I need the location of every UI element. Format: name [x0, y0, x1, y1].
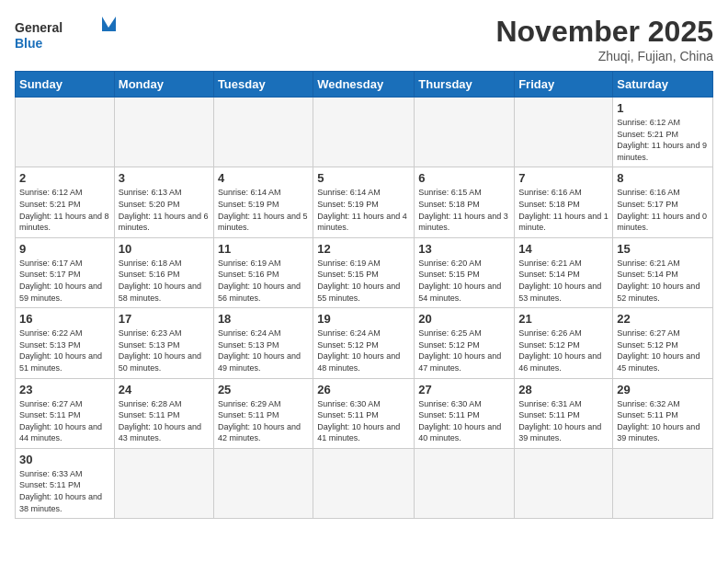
- header-thursday: Thursday: [415, 72, 515, 98]
- day-25: 25 Sunrise: 6:29 AMSunset: 5:11 PMDaylig…: [213, 378, 313, 448]
- day-21: 21 Sunrise: 6:26 AMSunset: 5:12 PMDaylig…: [515, 308, 613, 378]
- day-30: 30 Sunrise: 6:33 AMSunset: 5:11 PMDaylig…: [16, 448, 115, 518]
- sunrise-val-1: 6:12 AM: [650, 118, 680, 127]
- day-10: 10 Sunrise: 6:18 AMSunset: 5:16 PMDaylig…: [114, 237, 213, 307]
- day-16: 16 Sunrise: 6:22 AMSunset: 5:13 PMDaylig…: [16, 308, 115, 378]
- day-2: 2 Sunrise: 6:12 AMSunset: 5:21 PMDayligh…: [16, 167, 115, 237]
- day-22: 22 Sunrise: 6:27 AMSunset: 5:12 PMDaylig…: [613, 308, 713, 378]
- day-number-1: 1: [617, 101, 709, 115]
- svg-text:Blue: Blue: [15, 36, 43, 51]
- empty-cell: [313, 448, 415, 518]
- calendar: Sunday Monday Tuesday Wednesday Thursday…: [15, 71, 713, 519]
- header-tuesday: Tuesday: [213, 72, 313, 98]
- empty-cell: [213, 98, 313, 167]
- day-29: 29 Sunrise: 6:32 AMSunset: 5:11 PMDaylig…: [613, 378, 713, 448]
- day-11: 11 Sunrise: 6:19 AMSunset: 5:16 PMDaylig…: [213, 237, 313, 307]
- header-wednesday: Wednesday: [313, 72, 415, 98]
- week-row-2: 2 Sunrise: 6:12 AMSunset: 5:21 PMDayligh…: [16, 167, 713, 237]
- day-13: 13 Sunrise: 6:20 AMSunset: 5:15 PMDaylig…: [415, 237, 515, 307]
- day-9: 9 Sunrise: 6:17 AMSunset: 5:17 PMDayligh…: [16, 237, 115, 307]
- day-8: 8 Sunrise: 6:16 AMSunset: 5:17 PMDayligh…: [613, 167, 713, 237]
- day-12: 12 Sunrise: 6:19 AMSunset: 5:15 PMDaylig…: [313, 237, 415, 307]
- day-24: 24 Sunrise: 6:28 AMSunset: 5:11 PMDaylig…: [114, 378, 213, 448]
- day-26: 26 Sunrise: 6:30 AMSunset: 5:11 PMDaylig…: [313, 378, 415, 448]
- logo: General Blue: [15, 15, 116, 55]
- header-monday: Monday: [114, 72, 213, 98]
- day-15: 15 Sunrise: 6:21 AMSunset: 5:14 PMDaylig…: [613, 237, 713, 307]
- header-sunday: Sunday: [16, 72, 115, 98]
- empty-cell: [16, 98, 115, 167]
- day-1: 1 Sunrise: 6:12 AM Sunset: 5:21 PM Dayli…: [613, 98, 713, 167]
- day-6: 6 Sunrise: 6:15 AMSunset: 5:18 PMDayligh…: [415, 167, 515, 237]
- day-18: 18 Sunrise: 6:24 AMSunset: 5:13 PMDaylig…: [213, 308, 313, 378]
- week-row-3: 9 Sunrise: 6:17 AMSunset: 5:17 PMDayligh…: [16, 237, 713, 307]
- sunset-label-1: Sunset:: [617, 130, 645, 139]
- day-27: 27 Sunrise: 6:30 AMSunset: 5:11 PMDaylig…: [415, 378, 515, 448]
- sunrise-label-1: Sunrise:: [617, 118, 647, 127]
- empty-cell: [415, 448, 515, 518]
- day-7: 7 Sunrise: 6:16 AMSunset: 5:18 PMDayligh…: [515, 167, 613, 237]
- day-5: 5 Sunrise: 6:14 AMSunset: 5:19 PMDayligh…: [313, 167, 415, 237]
- day-4: 4 Sunrise: 6:14 AMSunset: 5:19 PMDayligh…: [213, 167, 313, 237]
- header-friday: Friday: [515, 72, 613, 98]
- day-28: 28 Sunrise: 6:31 AMSunset: 5:11 PMDaylig…: [515, 378, 613, 448]
- page-header: General Blue November 2025 Zhuqi, Fujian…: [15, 15, 713, 63]
- empty-cell: [415, 98, 515, 167]
- day-20: 20 Sunrise: 6:25 AMSunset: 5:12 PMDaylig…: [415, 308, 515, 378]
- month-title: November 2025: [495, 15, 713, 49]
- day-23: 23 Sunrise: 6:27 AMSunset: 5:11 PMDaylig…: [16, 378, 115, 448]
- week-row-6: 30 Sunrise: 6:33 AMSunset: 5:11 PMDaylig…: [16, 448, 713, 518]
- weekday-header-row: Sunday Monday Tuesday Wednesday Thursday…: [16, 72, 713, 98]
- day-3: 3 Sunrise: 6:13 AMSunset: 5:20 PMDayligh…: [114, 167, 213, 237]
- week-row-1: 1 Sunrise: 6:12 AM Sunset: 5:21 PM Dayli…: [16, 98, 713, 167]
- header-saturday: Saturday: [613, 72, 713, 98]
- empty-cell: [515, 98, 613, 167]
- day-14: 14 Sunrise: 6:21 AMSunset: 5:14 PMDaylig…: [515, 237, 613, 307]
- empty-cell: [114, 448, 213, 518]
- sunset-val-1: 5:21 PM: [647, 130, 678, 139]
- empty-cell: [515, 448, 613, 518]
- empty-cell: [613, 448, 713, 518]
- empty-cell: [114, 98, 213, 167]
- day-number-2: 2: [19, 171, 110, 185]
- daylight-val-1: 11 hours and 9 minutes.: [617, 141, 707, 162]
- day-info-1: Sunrise: 6:12 AM Sunset: 5:21 PM Dayligh…: [617, 117, 709, 163]
- empty-cell: [313, 98, 415, 167]
- location: Zhuqi, Fujian, China: [495, 49, 713, 63]
- title-block: November 2025 Zhuqi, Fujian, China: [495, 15, 713, 63]
- week-row-4: 16 Sunrise: 6:22 AMSunset: 5:13 PMDaylig…: [16, 308, 713, 378]
- day-19: 19 Sunrise: 6:24 AMSunset: 5:12 PMDaylig…: [313, 308, 415, 378]
- day-17: 17 Sunrise: 6:23 AMSunset: 5:13 PMDaylig…: [114, 308, 213, 378]
- logo-svg: General Blue: [15, 15, 116, 55]
- empty-cell: [213, 448, 313, 518]
- svg-text:General: General: [15, 20, 63, 35]
- week-row-5: 23 Sunrise: 6:27 AMSunset: 5:11 PMDaylig…: [16, 378, 713, 448]
